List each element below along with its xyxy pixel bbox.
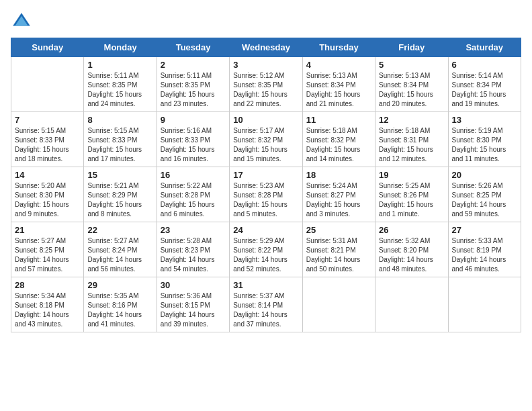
day-of-week-header: Saturday (448, 38, 521, 57)
calendar-cell: 7Sunrise: 5:15 AM Sunset: 8:33 PM Daylig… (11, 112, 84, 167)
day-number: 24 (233, 225, 298, 235)
calendar-cell: 27Sunrise: 5:33 AM Sunset: 8:19 PM Dayli… (448, 222, 521, 277)
calendar-cell: 31Sunrise: 5:37 AM Sunset: 8:14 PM Dayli… (230, 277, 302, 332)
day-info: Sunrise: 5:23 AM Sunset: 8:28 PM Dayligh… (233, 181, 298, 219)
day-number: 30 (161, 280, 226, 290)
day-info: Sunrise: 5:25 AM Sunset: 8:26 PM Dayligh… (379, 181, 444, 219)
day-number: 23 (161, 225, 226, 235)
calendar-cell (11, 57, 84, 112)
day-info: Sunrise: 5:12 AM Sunset: 8:35 PM Dayligh… (233, 71, 298, 109)
day-info: Sunrise: 5:11 AM Sunset: 8:35 PM Dayligh… (87, 71, 152, 109)
day-number: 22 (87, 225, 152, 235)
day-number: 26 (379, 225, 444, 235)
day-number: 3 (233, 60, 298, 70)
calendar-cell: 24Sunrise: 5:29 AM Sunset: 8:22 PM Dayli… (230, 222, 302, 277)
day-number: 2 (161, 60, 226, 70)
calendar-cell: 3Sunrise: 5:12 AM Sunset: 8:35 PM Daylig… (230, 57, 302, 112)
day-info: Sunrise: 5:16 AM Sunset: 8:33 PM Dayligh… (161, 126, 226, 164)
calendar-cell: 25Sunrise: 5:31 AM Sunset: 8:21 PM Dayli… (302, 222, 375, 277)
day-info: Sunrise: 5:31 AM Sunset: 8:21 PM Dayligh… (306, 236, 371, 274)
day-info: Sunrise: 5:19 AM Sunset: 8:30 PM Dayligh… (452, 126, 517, 164)
day-info: Sunrise: 5:37 AM Sunset: 8:14 PM Dayligh… (233, 291, 298, 329)
day-number: 13 (452, 115, 517, 125)
day-info: Sunrise: 5:22 AM Sunset: 8:28 PM Dayligh… (161, 181, 226, 219)
day-of-week-header: Friday (375, 38, 448, 57)
day-number: 31 (233, 280, 298, 290)
calendar-week-row: 1Sunrise: 5:11 AM Sunset: 8:35 PM Daylig… (11, 57, 521, 112)
day-number: 21 (15, 225, 80, 235)
day-info: Sunrise: 5:24 AM Sunset: 8:27 PM Dayligh… (306, 181, 371, 219)
calendar-cell: 15Sunrise: 5:21 AM Sunset: 8:29 PM Dayli… (84, 167, 157, 222)
calendar-cell: 8Sunrise: 5:15 AM Sunset: 8:33 PM Daylig… (84, 112, 157, 167)
day-number: 16 (161, 170, 226, 180)
day-info: Sunrise: 5:29 AM Sunset: 8:22 PM Dayligh… (233, 236, 298, 274)
day-of-week-header: Sunday (11, 38, 84, 57)
day-number: 6 (452, 60, 517, 70)
day-number: 17 (233, 170, 298, 180)
page-header (11, 11, 521, 32)
day-info: Sunrise: 5:36 AM Sunset: 8:15 PM Dayligh… (161, 291, 226, 329)
day-info: Sunrise: 5:34 AM Sunset: 8:18 PM Dayligh… (15, 291, 80, 329)
day-info: Sunrise: 5:13 AM Sunset: 8:34 PM Dayligh… (306, 71, 371, 109)
calendar-cell: 28Sunrise: 5:34 AM Sunset: 8:18 PM Dayli… (11, 277, 84, 332)
calendar-cell: 10Sunrise: 5:17 AM Sunset: 8:32 PM Dayli… (230, 112, 302, 167)
calendar-cell: 29Sunrise: 5:35 AM Sunset: 8:16 PM Dayli… (84, 277, 157, 332)
calendar-cell: 5Sunrise: 5:13 AM Sunset: 8:34 PM Daylig… (375, 57, 448, 112)
day-info: Sunrise: 5:17 AM Sunset: 8:32 PM Dayligh… (233, 126, 298, 164)
logo-icon (11, 11, 32, 32)
calendar-cell: 12Sunrise: 5:18 AM Sunset: 8:31 PM Dayli… (375, 112, 448, 167)
calendar-cell: 6Sunrise: 5:14 AM Sunset: 8:34 PM Daylig… (448, 57, 521, 112)
day-of-week-header: Wednesday (230, 38, 302, 57)
calendar-cell: 19Sunrise: 5:25 AM Sunset: 8:26 PM Dayli… (375, 167, 448, 222)
calendar-cell: 4Sunrise: 5:13 AM Sunset: 8:34 PM Daylig… (302, 57, 375, 112)
day-info: Sunrise: 5:27 AM Sunset: 8:24 PM Dayligh… (87, 236, 152, 274)
day-info: Sunrise: 5:21 AM Sunset: 8:29 PM Dayligh… (87, 181, 152, 219)
calendar-table: SundayMondayTuesdayWednesdayThursdayFrid… (11, 38, 521, 332)
day-of-week-header: Monday (84, 38, 157, 57)
calendar-cell (448, 277, 521, 332)
day-number: 11 (306, 115, 371, 125)
day-info: Sunrise: 5:35 AM Sunset: 8:16 PM Dayligh… (87, 291, 152, 329)
calendar-cell: 20Sunrise: 5:26 AM Sunset: 8:25 PM Dayli… (448, 167, 521, 222)
day-info: Sunrise: 5:26 AM Sunset: 8:25 PM Dayligh… (452, 181, 517, 219)
day-info: Sunrise: 5:13 AM Sunset: 8:34 PM Dayligh… (379, 71, 444, 109)
day-number: 5 (379, 60, 444, 70)
day-number: 10 (233, 115, 298, 125)
day-number: 7 (15, 115, 80, 125)
calendar-cell: 16Sunrise: 5:22 AM Sunset: 8:28 PM Dayli… (157, 167, 229, 222)
day-number: 19 (379, 170, 444, 180)
day-number: 4 (306, 60, 371, 70)
day-info: Sunrise: 5:28 AM Sunset: 8:23 PM Dayligh… (161, 236, 226, 274)
day-number: 25 (306, 225, 371, 235)
day-number: 28 (15, 280, 80, 290)
calendar-cell: 11Sunrise: 5:18 AM Sunset: 8:32 PM Dayli… (302, 112, 375, 167)
calendar-cell: 2Sunrise: 5:11 AM Sunset: 8:35 PM Daylig… (157, 57, 229, 112)
day-info: Sunrise: 5:32 AM Sunset: 8:20 PM Dayligh… (379, 236, 444, 274)
calendar-cell: 21Sunrise: 5:27 AM Sunset: 8:25 PM Dayli… (11, 222, 84, 277)
day-number: 9 (161, 115, 226, 125)
day-number: 20 (452, 170, 517, 180)
day-info: Sunrise: 5:27 AM Sunset: 8:25 PM Dayligh… (15, 236, 80, 274)
logo (11, 11, 36, 32)
day-number: 27 (452, 225, 517, 235)
calendar-cell: 13Sunrise: 5:19 AM Sunset: 8:30 PM Dayli… (448, 112, 521, 167)
calendar-cell: 18Sunrise: 5:24 AM Sunset: 8:27 PM Dayli… (302, 167, 375, 222)
day-number: 18 (306, 170, 371, 180)
calendar-cell (302, 277, 375, 332)
calendar-cell: 1Sunrise: 5:11 AM Sunset: 8:35 PM Daylig… (84, 57, 157, 112)
calendar-week-row: 21Sunrise: 5:27 AM Sunset: 8:25 PM Dayli… (11, 222, 521, 277)
day-number: 12 (379, 115, 444, 125)
calendar-cell: 14Sunrise: 5:20 AM Sunset: 8:30 PM Dayli… (11, 167, 84, 222)
calendar-cell: 22Sunrise: 5:27 AM Sunset: 8:24 PM Dayli… (84, 222, 157, 277)
calendar-cell: 30Sunrise: 5:36 AM Sunset: 8:15 PM Dayli… (157, 277, 229, 332)
day-info: Sunrise: 5:18 AM Sunset: 8:31 PM Dayligh… (379, 126, 444, 164)
day-info: Sunrise: 5:20 AM Sunset: 8:30 PM Dayligh… (15, 181, 80, 219)
day-number: 15 (87, 170, 152, 180)
calendar-header-row: SundayMondayTuesdayWednesdayThursdayFrid… (11, 38, 521, 57)
calendar-cell: 17Sunrise: 5:23 AM Sunset: 8:28 PM Dayli… (230, 167, 302, 222)
day-of-week-header: Thursday (302, 38, 375, 57)
day-number: 29 (87, 280, 152, 290)
day-number: 14 (15, 170, 80, 180)
calendar-cell (375, 277, 448, 332)
day-info: Sunrise: 5:15 AM Sunset: 8:33 PM Dayligh… (87, 126, 152, 164)
